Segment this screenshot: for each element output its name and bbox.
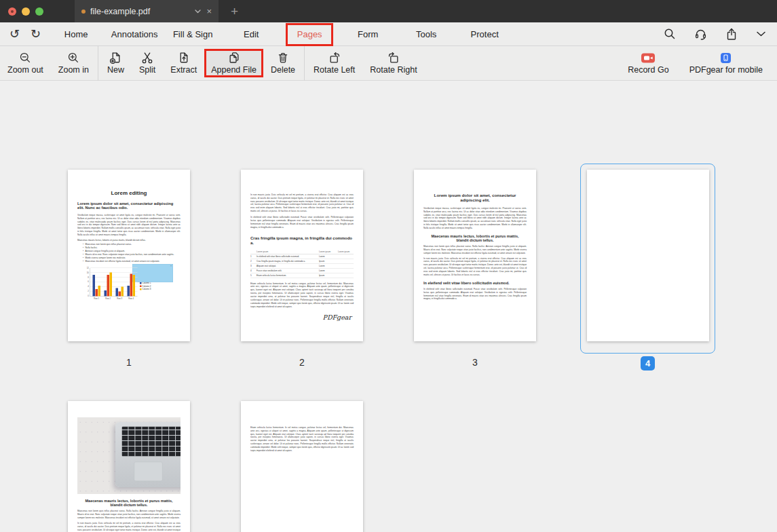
pdfgear-mobile-label: PDFgear for mobile: [689, 65, 763, 75]
extract-button[interactable]: Extract: [163, 50, 204, 77]
pages-toolbar: Zoom out Zoom in New Split Extract Appen…: [0, 46, 777, 81]
document-tab[interactable]: file-example.pdf ×: [75, 0, 219, 22]
chart-bar-group: Row 4: [128, 273, 136, 296]
page3-paragraph: Maecenas non lorem quis tellus placerat …: [423, 244, 527, 254]
collapse-toolbar-chevron-icon[interactable]: [756, 31, 766, 37]
page-label-2: 2: [282, 357, 322, 368]
page1-subtitle: Lorem ipsum dolor sit amet, consectetur …: [77, 202, 181, 210]
minimize-window-button[interactable]: [22, 7, 30, 16]
menu-item-edit[interactable]: Edit: [222, 29, 280, 39]
record-go-button[interactable]: Record Go: [620, 50, 676, 77]
menu-item-protect[interactable]: Protect: [455, 29, 514, 39]
search-icon[interactable]: [664, 28, 676, 40]
page-thumbnail-4-selected[interactable]: [587, 170, 709, 341]
split-button[interactable]: Split: [132, 50, 163, 77]
page6-content: Etiam vehicula luctus fermentum. In vel …: [241, 425, 363, 532]
page5-paragraph: In non mauris justo. Duis vehicula mi ve…: [77, 522, 181, 532]
toolbar-separator: [98, 46, 98, 81]
page1-bullet-list: Maecenas non lorem quis tellus placerat …: [83, 242, 181, 263]
toolbar-right-group: Record Go PDFgear for mobile: [620, 50, 770, 77]
chart-bar: [121, 287, 124, 297]
rotate-left-icon: [328, 52, 341, 64]
append-file-label: Append File: [211, 65, 257, 75]
rotate-right-label: Rotate Right: [370, 65, 417, 75]
split-label: Split: [139, 65, 155, 75]
page1-content: Lorem editing Lorem ipsum dolor sit amet…: [68, 190, 190, 341]
new-page-icon: [109, 52, 121, 64]
chart-bar: [98, 286, 101, 297]
chart-bar-group: Row 1: [93, 275, 101, 297]
tab-close-icon[interactable]: ×: [206, 6, 212, 16]
laptop-photo: [77, 417, 181, 494]
page1-bullet: Maecenas tincidunt est efficitur ligula …: [83, 259, 181, 263]
page1-chart-legend: Column 1Column 2Column 3: [140, 282, 151, 290]
table-row: 1In eleifend velit vitae libero sollicit…: [250, 254, 354, 259]
append-file-button[interactable]: Append File: [204, 49, 263, 77]
page1-title: Lorem editing: [68, 190, 190, 196]
page-label-4-selected-badge: 4: [641, 356, 655, 370]
chart-bar: [105, 290, 107, 297]
new-page-button[interactable]: New: [100, 50, 132, 77]
chart-bar: [133, 275, 136, 297]
menu-item-form[interactable]: Form: [339, 29, 397, 39]
comment-annotation-box[interactable]: ×: [132, 264, 173, 282]
page-thumbnail-2[interactable]: In non mauris justo. Duis vehicula mi ve…: [241, 170, 363, 341]
title-bar: file-example.pdf × +: [0, 0, 777, 22]
toolbar-separator: [304, 46, 305, 81]
chart-bar-group: Row 2: [105, 273, 113, 297]
extract-label: Extract: [170, 65, 197, 75]
page3-content: Lorem ipsum dolor sit amet, consectetur …: [414, 193, 536, 341]
chart-x-label: Row 4: [128, 297, 136, 299]
zoom-in-label: Zoom in: [58, 65, 89, 75]
new-tab-button[interactable]: +: [223, 0, 246, 22]
zoom-out-icon: [19, 52, 31, 64]
mobile-phone-icon: [720, 52, 732, 64]
chart-legend-entry: Column 1: [140, 282, 151, 284]
zoom-window-button[interactable]: [35, 7, 43, 16]
rotate-left-label: Rotate Left: [314, 65, 355, 75]
menu-item-home[interactable]: Home: [47, 29, 105, 39]
page-thumbnail-5[interactable]: Maecenas mauris lectus, lobortis et puru…: [68, 401, 190, 532]
page3-paragraph: In non mauris justo. Duis vehicula mi ve…: [423, 256, 527, 276]
page3-paragraph: Vestibulum neque massa, scelerisque sit …: [423, 206, 527, 229]
page-thumbnail-1[interactable]: Lorem editing Lorem ipsum dolor sit amet…: [68, 170, 190, 341]
zoom-in-button[interactable]: Zoom in: [51, 50, 96, 77]
close-window-button[interactable]: [8, 7, 16, 16]
menu-bar: ↺ ↻ Home Annotations Fill & Sign Edit Pa…: [0, 22, 777, 46]
support-headset-icon[interactable]: [694, 28, 707, 41]
extract-icon: [178, 52, 190, 64]
tab-menu-chevron-icon[interactable]: [194, 7, 202, 15]
menu-item-tools[interactable]: Tools: [397, 29, 455, 39]
append-file-icon: [228, 52, 240, 64]
menu-item-annotations[interactable]: Annotations: [105, 29, 164, 39]
zoom-out-button[interactable]: Zoom out: [0, 50, 51, 77]
comment-close-icon[interactable]: ×: [170, 265, 172, 267]
page6-paragraph: Etiam vehicula luctus fermentum. In vel …: [250, 425, 354, 452]
laptop-keyboard: [122, 426, 181, 456]
chart-bar: [116, 288, 119, 296]
page5-paragraph: Maecenas non lorem quis tellus placerat …: [77, 510, 181, 520]
scissors-icon: [141, 52, 153, 64]
tab-title: file-example.pdf: [90, 7, 189, 16]
menu-items: Home Annotations Fill & Sign Edit Pages …: [47, 29, 514, 39]
page5-heading: Maecenas mauris lectus, lobortis et puru…: [83, 499, 175, 507]
page-thumbnail-3[interactable]: Lorem ipsum dolor sit amet, consectetur …: [414, 170, 536, 341]
page2-content: In non mauris justo. Duis vehicula mi ve…: [241, 193, 363, 341]
menu-item-fill-sign[interactable]: Fill & Sign: [164, 29, 222, 39]
page-thumbnail-6[interactable]: Etiam vehicula luctus fermentum. In vel …: [241, 401, 363, 532]
undo-icon[interactable]: ↺: [10, 28, 20, 40]
menu-right-icons: [664, 28, 766, 41]
rotate-right-button[interactable]: Rotate Right: [362, 50, 424, 77]
rotate-left-button[interactable]: Rotate Left: [306, 50, 362, 77]
share-icon[interactable]: [725, 28, 738, 41]
pdfgear-mobile-button[interactable]: PDFgear for mobile: [682, 50, 770, 77]
menu-item-pages[interactable]: Pages: [280, 29, 339, 39]
chart-bar: [93, 275, 96, 297]
rotate-right-icon: [387, 52, 400, 64]
page4-content: [587, 170, 709, 341]
chart-x-label: Row 1: [93, 297, 101, 299]
record-go-label: Record Go: [628, 65, 668, 75]
history-buttons: ↺ ↻: [0, 28, 41, 40]
delete-button[interactable]: Delete: [263, 50, 303, 77]
redo-icon[interactable]: ↻: [31, 28, 41, 40]
